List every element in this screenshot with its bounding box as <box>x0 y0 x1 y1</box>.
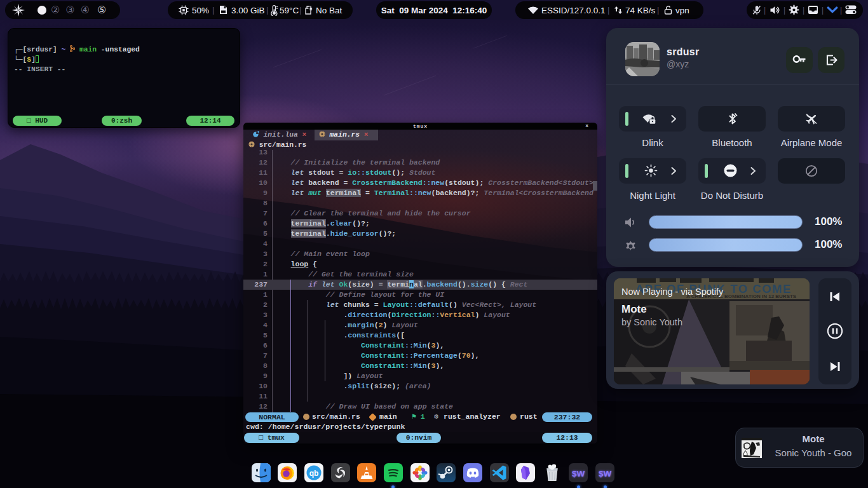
svg-text:$W: $W <box>599 469 612 478</box>
svg-text:qb: qb <box>309 469 319 478</box>
svg-text:$W: $W <box>572 469 585 478</box>
